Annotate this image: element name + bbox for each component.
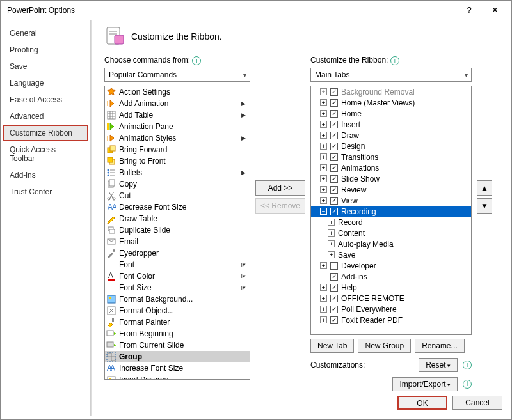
add-button[interactable]: Add >> xyxy=(255,180,305,196)
new-group-button[interactable]: New Group xyxy=(358,339,411,353)
command-item[interactable]: Group xyxy=(105,351,250,362)
tree-item[interactable]: +Home xyxy=(311,108,471,119)
ok-button[interactable]: OK xyxy=(397,396,447,410)
command-item[interactable]: Format Painter xyxy=(105,316,250,328)
expand-icon[interactable]: + xyxy=(320,143,327,150)
reset-button[interactable]: Reset xyxy=(419,358,458,372)
expand-icon[interactable]: + xyxy=(328,251,335,258)
tree-item[interactable]: +OFFICE REMOTE xyxy=(311,293,471,304)
checkbox[interactable] xyxy=(330,273,338,281)
tree-item[interactable]: +Home (Master Views) xyxy=(311,97,471,108)
tree-item[interactable]: +Review xyxy=(311,184,471,195)
tree-item[interactable]: +Animations xyxy=(311,162,471,173)
command-item[interactable]: AFont ColorI▾ xyxy=(105,270,250,282)
checkbox[interactable] xyxy=(330,175,338,183)
tree-item[interactable]: +Draw xyxy=(311,130,471,141)
command-item[interactable]: Add Animation▶ xyxy=(105,98,250,109)
checkbox[interactable] xyxy=(330,99,338,107)
expand-icon[interactable]: + xyxy=(320,262,327,269)
sidebar-item-add-ins[interactable]: Add-ins xyxy=(1,167,91,183)
command-item[interactable]: Add Table▶ xyxy=(105,109,250,121)
checkbox[interactable] xyxy=(330,121,338,128)
tree-item[interactable]: +Poll Everywhere xyxy=(311,304,471,315)
tree-item[interactable]: +View xyxy=(311,195,471,206)
tree-item[interactable]: +Content xyxy=(311,228,471,238)
tree-item[interactable]: +Developer xyxy=(311,260,471,271)
command-item[interactable]: Font SizeI▾ xyxy=(105,282,250,293)
choose-commands-dropdown[interactable]: Popular Commands xyxy=(104,68,250,82)
checkbox[interactable] xyxy=(330,143,338,150)
tree-item[interactable]: +Design xyxy=(311,141,471,152)
command-item[interactable]: Cut xyxy=(105,190,250,201)
expand-icon[interactable]: + xyxy=(328,229,335,237)
info-icon[interactable]: i xyxy=(463,361,472,369)
commands-listbox[interactable]: Action SettingsAdd Animation▶Add Table▶A… xyxy=(104,86,250,380)
checkbox[interactable] xyxy=(330,197,338,205)
tree-item[interactable]: +Auto-play Media xyxy=(311,238,471,249)
command-item[interactable]: Animation Pane xyxy=(105,121,250,132)
command-item[interactable]: Email xyxy=(105,236,250,247)
expand-icon[interactable]: + xyxy=(328,219,335,226)
expand-icon[interactable]: + xyxy=(320,197,327,204)
checkbox[interactable] xyxy=(330,316,338,324)
command-item[interactable]: From Current Slide xyxy=(105,339,250,351)
tree-item[interactable]: +Add-ins xyxy=(311,271,471,282)
sidebar-item-proofing[interactable]: Proofing xyxy=(1,42,91,58)
info-icon[interactable]: i xyxy=(192,56,201,65)
checkbox[interactable] xyxy=(330,88,338,96)
expand-icon[interactable]: + xyxy=(320,175,327,182)
command-item[interactable]: Bring to Front xyxy=(105,155,250,167)
tree-item[interactable]: +Transitions xyxy=(311,152,471,162)
expand-icon[interactable]: + xyxy=(320,295,327,302)
command-item[interactable]: Animation Styles▶ xyxy=(105,132,250,144)
info-icon[interactable]: i xyxy=(390,56,399,65)
expand-icon[interactable]: + xyxy=(320,164,327,171)
command-item[interactable]: Format Object... xyxy=(105,305,250,316)
sidebar-item-save[interactable]: Save xyxy=(1,58,91,75)
tree-item[interactable]: +Background Removal xyxy=(311,86,471,97)
sidebar-item-customize-ribbon[interactable]: Customize Ribbon xyxy=(3,125,88,141)
command-item[interactable]: AADecrease Font Size xyxy=(105,201,250,213)
checkbox[interactable] xyxy=(330,262,338,270)
rename-button[interactable]: Rename... xyxy=(415,339,464,353)
checkbox[interactable] xyxy=(330,110,338,118)
tree-item[interactable]: +Save xyxy=(311,249,471,260)
command-item[interactable]: Format Background... xyxy=(105,293,250,305)
command-item[interactable]: Copy xyxy=(105,178,250,190)
expand-icon[interactable]: + xyxy=(320,186,327,193)
sidebar-item-ease-of-access[interactable]: Ease of Access xyxy=(1,91,91,108)
command-item[interactable]: Duplicate Slide xyxy=(105,224,250,236)
expand-icon[interactable]: + xyxy=(320,306,327,313)
checkbox[interactable] xyxy=(330,186,338,194)
info-icon[interactable]: i xyxy=(463,380,472,389)
sidebar-item-general[interactable]: General xyxy=(1,25,91,42)
command-item[interactable]: Draw Table xyxy=(105,213,250,224)
command-item[interactable]: Insert Pictures xyxy=(105,374,250,380)
expand-icon[interactable]: + xyxy=(320,153,327,160)
sidebar-item-trust-center[interactable]: Trust Center xyxy=(1,183,91,200)
command-item[interactable]: AAIncrease Font Size xyxy=(105,362,250,374)
tree-item[interactable]: +Foxit Reader PDF xyxy=(311,315,471,325)
cancel-button[interactable]: Cancel xyxy=(452,396,502,410)
command-item[interactable]: FontI▾ xyxy=(105,259,250,270)
import-export-button[interactable]: Import/Export xyxy=(392,377,458,391)
ribbon-tree[interactable]: +Background Removal+Home (Master Views)+… xyxy=(310,86,472,335)
expand-icon[interactable]: + xyxy=(320,316,327,323)
help-icon[interactable]: ? xyxy=(456,1,482,20)
checkbox[interactable] xyxy=(330,164,338,172)
command-item[interactable]: Eyedropper xyxy=(105,247,250,259)
move-up-button[interactable]: ▲ xyxy=(477,180,492,196)
expand-icon[interactable]: + xyxy=(320,284,327,291)
tree-item[interactable]: +Record xyxy=(311,217,471,228)
checkbox[interactable] xyxy=(330,306,338,313)
checkbox[interactable] xyxy=(330,284,338,292)
tree-item[interactable]: +Help xyxy=(311,282,471,293)
expand-icon[interactable]: + xyxy=(320,121,327,128)
command-item[interactable]: Bullets▶ xyxy=(105,167,250,178)
expand-icon[interactable]: + xyxy=(320,110,327,117)
command-item[interactable]: Bring Forward xyxy=(105,144,250,155)
close-icon[interactable]: ✕ xyxy=(482,1,508,20)
command-item[interactable]: Action Settings xyxy=(105,86,250,98)
new-tab-button[interactable]: New Tab xyxy=(310,339,354,353)
sidebar-item-advanced[interactable]: Advanced xyxy=(1,108,91,125)
